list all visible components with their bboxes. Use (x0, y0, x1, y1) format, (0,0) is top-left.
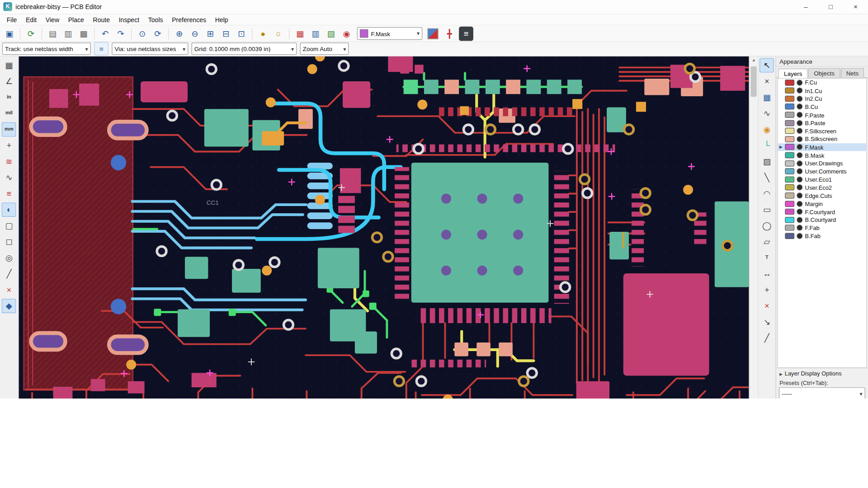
via-size-select[interactable]: Via: use netclass sizes (112, 43, 188, 55)
layer-visibility-icon[interactable] (797, 192, 802, 198)
menu-edit[interactable]: Edit (21, 15, 41, 24)
measure-tool-icon[interactable]: ╱ (760, 331, 774, 345)
layer-display-options[interactable]: Layer Display Options (776, 368, 868, 378)
layer-visibility-icon[interactable] (797, 176, 802, 182)
layer-visibility-icon[interactable] (797, 201, 802, 206)
minimize-button[interactable]: – (793, 0, 818, 14)
layer-row-b-paste[interactable]: B.Paste (778, 119, 867, 127)
grid-select[interactable]: Grid: 0.1000 mm (0.0039 in) (192, 43, 297, 55)
select-tool-icon[interactable]: ↖ (760, 58, 774, 72)
layer-color-swatch[interactable] (785, 128, 795, 134)
length-tuning-icon[interactable]: ▧ (324, 26, 338, 41)
layer-visibility-icon[interactable] (797, 209, 802, 215)
layer-color-swatch[interactable] (785, 201, 795, 206)
rect-tool-icon[interactable]: ▭ (760, 202, 774, 217)
tab-layers[interactable]: Layers (778, 69, 808, 78)
menu-inspect[interactable]: Inspect (114, 15, 144, 24)
layer-visibility-icon[interactable] (797, 88, 802, 94)
layer-row-b-mask[interactable]: B.Mask (778, 151, 867, 160)
tab-nets[interactable]: Nets (840, 68, 864, 77)
track-width-select[interactable]: Track: use netclass width (2, 43, 91, 55)
layer-visibility-icon[interactable] (797, 184, 802, 190)
crosshair-style-icon[interactable]: + (2, 138, 16, 153)
layer-color-swatch[interactable] (785, 88, 795, 94)
zoom-out-icon[interactable]: ⊖ (188, 26, 202, 41)
net-color-mode-icon[interactable]: ≡ (2, 187, 16, 201)
layer-visibility-icon[interactable] (797, 152, 802, 158)
layer-row-b-cu[interactable]: B.Cu (778, 103, 867, 111)
layer-row-f-paste[interactable]: F.Paste (778, 111, 867, 119)
layer-row-f-silkscreen[interactable]: F.Silkscreen (778, 127, 867, 135)
zoom-fit-icon[interactable]: ⊞ (203, 26, 217, 41)
save-icon[interactable]: ▣ (2, 26, 17, 41)
dimension-tool-icon[interactable]: ↔ (760, 267, 774, 281)
layer-visibility-icon[interactable] (797, 80, 802, 85)
layer-row-f-cu[interactable]: F.Cu (778, 79, 867, 87)
zoom-selection-icon[interactable]: ⊡ (234, 26, 249, 41)
layer-pair-swatch-icon[interactable] (427, 28, 438, 39)
maximize-button[interactable]: □ (818, 0, 843, 14)
menu-help[interactable]: Help (211, 15, 233, 24)
drc-pads-icon[interactable]: ▦ (293, 26, 307, 41)
plot-icon[interactable]: ▩ (76, 26, 91, 41)
drc-disable-icon[interactable]: × (2, 283, 16, 297)
layer-row-in1-cu[interactable]: In1.Cu (778, 87, 867, 95)
close-button[interactable]: × (843, 0, 868, 14)
layer-row-b-silkscreen[interactable]: B.Silkscreen (778, 135, 867, 143)
layer-color-swatch[interactable] (785, 120, 795, 126)
redo-icon[interactable]: ↷ (113, 26, 128, 41)
layer-color-swatch[interactable] (785, 184, 795, 190)
presets-select[interactable]: ----- (779, 387, 865, 399)
layer-row-in2-cu[interactable]: In2.Cu (778, 94, 867, 103)
page-settings-icon[interactable]: ▤ (45, 26, 60, 41)
zoom-fit-objects-icon[interactable]: ⊟ (219, 26, 233, 41)
net-inspector-icon[interactable]: ≡ (459, 26, 473, 41)
layer-color-swatch[interactable] (785, 233, 795, 239)
layer-visibility-icon[interactable] (797, 96, 802, 102)
zoom-select[interactable]: Zoom Auto (300, 43, 349, 55)
ratsnest-hide-icon[interactable]: ≋ (2, 154, 16, 169)
layer-visibility-icon[interactable] (797, 225, 802, 231)
layer-color-swatch[interactable] (785, 136, 795, 142)
net-highlight-tool-icon[interactable]: × (760, 74, 774, 89)
undo-icon[interactable]: ↶ (98, 26, 113, 41)
vertical-scroll-thumb[interactable] (750, 66, 756, 97)
track-display-mode-icon[interactable]: ╱ (2, 267, 16, 281)
units-mm-icon[interactable]: mm (2, 122, 16, 136)
zoom-in-icon[interactable]: ⊕ (172, 26, 187, 41)
polar-coords-icon[interactable]: ∠ (2, 74, 16, 89)
menu-tools[interactable]: Tools (144, 15, 167, 24)
layer-color-swatch[interactable] (785, 104, 795, 110)
layer-row-margin[interactable]: Margin (778, 200, 867, 208)
layer-visibility-icon[interactable] (797, 233, 802, 239)
layer-color-swatch[interactable] (785, 192, 795, 198)
layer-color-swatch[interactable] (785, 160, 795, 166)
layer-color-swatch[interactable] (785, 152, 795, 158)
delete-tool-icon[interactable]: × (760, 299, 774, 313)
find-icon[interactable]: ⊙ (135, 26, 150, 41)
refresh-view-icon[interactable]: ⟳ (151, 26, 165, 41)
grid-toggle-icon[interactable]: ▦ (2, 58, 16, 72)
circle-tool-icon[interactable]: ◯ (760, 219, 774, 233)
print-icon[interactable]: ▥ (61, 26, 75, 41)
layer-row-user-comments[interactable]: User.Comments (778, 167, 867, 175)
export-tool-icon[interactable]: ↘ (760, 315, 774, 329)
scroll-up-arrow[interactable]: ▲ (749, 57, 758, 62)
vertical-scrollbar[interactable]: ▲ ▼ (749, 56, 758, 399)
line-tool-icon[interactable]: ╲ (760, 170, 774, 185)
layer-row-edge-cuts[interactable]: Edge.Cuts (778, 192, 867, 200)
text-tool-icon[interactable]: T (760, 251, 774, 265)
tune-length-icon[interactable]: ∿ (760, 106, 774, 121)
plugin-refresh-icon[interactable]: ⟳ (24, 26, 38, 41)
layer-color-swatch[interactable] (785, 144, 795, 150)
layer-row-user-drawings[interactable]: User.Drawings (778, 159, 867, 167)
layer-color-swatch[interactable] (785, 112, 795, 117)
layer-row-b-fab[interactable]: B.Fab (778, 232, 867, 240)
layer-color-swatch[interactable] (785, 176, 795, 182)
layer-visibility-icon[interactable] (797, 217, 802, 223)
layer-select[interactable]: F.Mask (357, 27, 422, 40)
units-mils-icon[interactable]: mil (2, 106, 16, 121)
via-display-mode-icon[interactable]: ◎ (2, 251, 16, 265)
layer-color-swatch[interactable] (785, 225, 795, 231)
menu-file[interactable]: File (2, 15, 21, 24)
